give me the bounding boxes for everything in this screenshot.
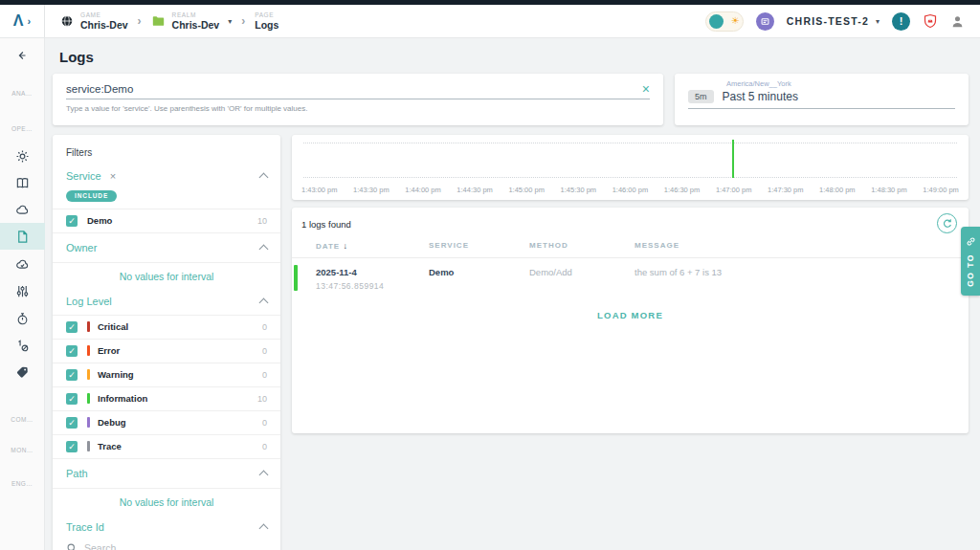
breadcrumb-separator-icon: › xyxy=(241,14,245,28)
filters-title: Filters xyxy=(53,135,280,162)
breadcrumb-realm[interactable]: REALM Chris-Dev ▾ xyxy=(151,11,233,31)
arrow-left-icon xyxy=(15,49,29,62)
stopwatch-icon xyxy=(15,312,30,326)
filter-value-label: Demo xyxy=(87,215,112,226)
filter-group-trace-id: Trace Id xyxy=(53,516,280,536)
top-header-bar: Λ › GAME Chris-Dev › REALM Chris xyxy=(0,5,980,38)
filter-group-service: Service × xyxy=(53,162,280,185)
filter-value-label: Debug xyxy=(98,417,126,428)
timeline-event-bar[interactable] xyxy=(732,140,734,178)
time-range-card: America/New__York 5m Past 5 minutes xyxy=(675,74,969,125)
checkbox-checked-icon[interactable]: ✓ xyxy=(66,215,78,227)
filter-group-trace-id-label[interactable]: Trace Id xyxy=(66,521,104,533)
clear-search-icon[interactable]: × xyxy=(642,82,650,96)
level-color-bar xyxy=(87,345,90,356)
logs-count-summary: 1 logs found xyxy=(301,219,969,230)
filter-group-owner: Owner xyxy=(53,232,280,256)
level-color-bar xyxy=(87,321,90,332)
account-menu[interactable]: CHRIS-TEST-2 ▾ xyxy=(787,15,880,27)
sun-icon: ☀ xyxy=(731,16,740,26)
trace-id-search-input[interactable] xyxy=(84,542,267,550)
collapse-sidebar-button[interactable] xyxy=(0,42,45,69)
realm-caret-icon[interactable]: ▾ xyxy=(228,17,232,26)
filter-count: 0 xyxy=(262,322,267,332)
breadcrumb: GAME Chris-Dev › REALM Chris-Dev ▾ › PAG… xyxy=(60,5,278,37)
collapse-chevron-icon[interactable] xyxy=(259,173,269,183)
app-logo[interactable]: Λ › xyxy=(0,5,45,37)
time-range-select[interactable]: 5m Past 5 minutes xyxy=(688,88,955,109)
time-range-badge: 5m xyxy=(688,90,714,103)
admin-shield-icon[interactable] xyxy=(923,13,938,29)
breadcrumb-realm-label: REALM xyxy=(172,11,220,18)
sidebar-item-config[interactable] xyxy=(0,277,45,304)
axis-tick: 1:44:00 pm xyxy=(405,186,441,194)
filter-count: 0 xyxy=(262,370,267,380)
checkbox-checked-icon[interactable]: ✓ xyxy=(66,393,78,405)
theme-toggle[interactable]: ☀ xyxy=(705,11,744,32)
column-header-service[interactable]: SERVICE xyxy=(429,241,529,251)
sidebar-item-cloud[interactable] xyxy=(0,196,45,223)
leaderboard-icon xyxy=(15,339,30,353)
axis-tick: 1:44:30 pm xyxy=(457,186,493,194)
table-row[interactable]: 2025-11-4 13:47:56.859914 Demo Demo/Add … xyxy=(292,258,969,298)
cloud-check-icon xyxy=(15,257,30,272)
breadcrumb-game[interactable]: GAME Chris-Dev xyxy=(60,11,128,31)
filter-group-service-label[interactable]: Service xyxy=(66,170,101,182)
theme-toggle-knob xyxy=(709,14,724,29)
filter-group-log-level: Log Level xyxy=(53,290,280,310)
log-service: Demo xyxy=(429,267,529,291)
axis-tick: 1:43:30 pm xyxy=(353,186,390,194)
sidebar-item-scheduler[interactable] xyxy=(0,305,45,332)
breadcrumb-game-label: GAME xyxy=(80,11,128,18)
checkbox-checked-icon[interactable]: ✓ xyxy=(66,369,78,381)
breadcrumb-separator-icon: › xyxy=(138,14,142,28)
filter-count: 0 xyxy=(262,418,267,428)
load-more-button[interactable]: LOAD MORE xyxy=(292,310,969,320)
nav-section-operate: OPE… xyxy=(11,125,33,132)
column-header-method[interactable]: METHOD xyxy=(529,241,635,251)
axis-tick: 1:48:30 pm xyxy=(871,186,907,194)
collapse-chevron-icon[interactable] xyxy=(259,470,269,479)
log-search-input[interactable] xyxy=(66,83,642,95)
filter-row-information: ✓ Information 10 xyxy=(53,386,280,410)
sidebar-item-tags[interactable] xyxy=(0,359,45,385)
log-message: the sum of 6 + 7 is 13 xyxy=(635,267,957,291)
logo-chevron-icon: › xyxy=(28,15,32,27)
collapse-chevron-icon[interactable] xyxy=(259,244,269,253)
nav-section-analyze: ANA… xyxy=(11,90,32,97)
checkbox-checked-icon[interactable]: ✓ xyxy=(66,321,78,333)
log-timeline-chart[interactable]: 1:43:00 pm 1:43:30 pm 1:44:00 pm 1:44:30… xyxy=(292,135,969,200)
sidebar-item-cloud-services[interactable] xyxy=(0,251,45,277)
goto-side-tab[interactable]: GO TO xyxy=(961,227,980,296)
column-header-date[interactable]: DATE ↓ xyxy=(316,241,429,251)
collapse-chevron-icon[interactable] xyxy=(259,297,269,307)
log-time: 13:47:56.859914 xyxy=(316,281,429,291)
refresh-button[interactable] xyxy=(937,213,957,233)
sidebar-item-logs[interactable] xyxy=(0,223,45,250)
sidebar-item-settings[interactable] xyxy=(0,143,45,169)
tag-icon xyxy=(15,365,30,380)
checkbox-checked-icon[interactable]: ✓ xyxy=(66,345,78,357)
timezone-label: America/New__York xyxy=(726,79,955,88)
alerts-button[interactable]: ! xyxy=(892,12,910,31)
filter-group-path-label[interactable]: Path xyxy=(66,468,88,479)
service-include-badge: INCLUDE xyxy=(66,190,117,202)
axis-tick: 1:49:00 pm xyxy=(923,186,959,194)
filter-group-log-level-label[interactable]: Log Level xyxy=(66,296,112,307)
column-header-message[interactable]: MESSAGE xyxy=(635,241,957,251)
checkbox-checked-icon[interactable]: ✓ xyxy=(66,417,78,429)
collapse-chevron-icon[interactable] xyxy=(259,523,269,533)
filter-count: 10 xyxy=(257,394,267,404)
axis-tick: 1:46:00 pm xyxy=(612,186,649,194)
checkbox-checked-icon[interactable]: ✓ xyxy=(66,441,78,452)
user-profile-icon[interactable] xyxy=(950,14,965,29)
sidebar-item-content[interactable] xyxy=(0,169,45,196)
remove-service-filter-icon[interactable]: × xyxy=(110,170,116,182)
filter-group-owner-label[interactable]: Owner xyxy=(66,242,97,253)
feedback-button[interactable] xyxy=(756,12,774,31)
level-color-bar xyxy=(87,369,90,380)
filter-row-debug: ✓ Debug 0 xyxy=(53,410,280,434)
breadcrumb-page-label: PAGE xyxy=(255,11,278,18)
sidebar-item-leaderboards[interactable] xyxy=(0,332,45,359)
axis-tick: 1:45:30 pm xyxy=(561,186,597,194)
